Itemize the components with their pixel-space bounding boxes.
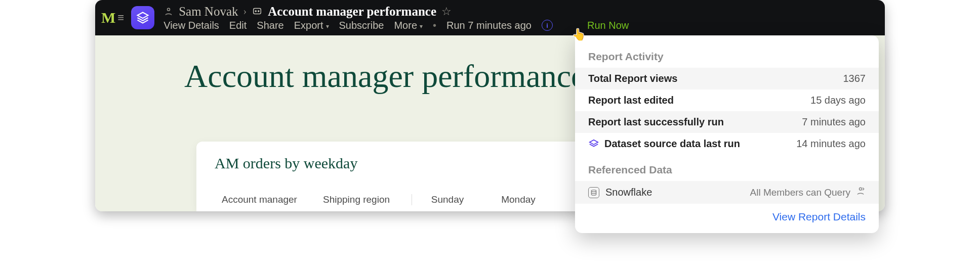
- view-details-button[interactable]: View Details: [164, 20, 219, 31]
- row-total-views: Total Report views 1367: [575, 68, 879, 89]
- dataset-last-run-value: 14 minutes ago: [796, 138, 866, 150]
- separator-dot: •: [433, 20, 436, 31]
- brand-logo[interactable]: M: [101, 9, 114, 26]
- report-icon: [252, 6, 263, 17]
- dataset-icon: [588, 139, 599, 150]
- svg-point-3: [258, 10, 259, 11]
- run-status: Run 7 minutes ago: [446, 20, 532, 31]
- report-activity-popover: Report Activity Total Report views 1367 …: [575, 35, 879, 233]
- info-icon[interactable]: i: [542, 20, 553, 31]
- referenced-data-heading: Referenced Data: [575, 161, 879, 181]
- toolbar: View Details Edit Share Export ▾ Subscri…: [164, 20, 629, 31]
- share-icon[interactable]: [855, 186, 866, 199]
- chevron-down-icon: ▾: [326, 23, 329, 30]
- person-icon: [164, 7, 174, 17]
- svg-point-5: [860, 188, 862, 190]
- menu-icon[interactable]: ≡: [117, 11, 124, 24]
- subscribe-button[interactable]: Subscribe: [339, 20, 384, 31]
- last-edited-label: Report last edited: [588, 95, 674, 106]
- app-switcher-icon[interactable]: [131, 6, 154, 29]
- more-label: More: [394, 20, 417, 31]
- report-activity-heading: Report Activity: [575, 48, 879, 68]
- header-stack: Sam Novak › Account manager performance …: [164, 0, 629, 35]
- col-sunday[interactable]: Sunday: [412, 194, 483, 205]
- export-label: Export: [294, 20, 323, 31]
- last-edited-value: 15 days ago: [810, 95, 866, 106]
- breadcrumb: Sam Novak › Account manager performance …: [164, 5, 629, 19]
- row-last-run: Report last successfully run 7 minutes a…: [575, 111, 879, 133]
- referenced-source-permission: All Members can Query: [750, 187, 850, 198]
- logo-area: M ≡: [101, 0, 164, 35]
- col-shipping-region[interactable]: Shipping region: [316, 194, 412, 205]
- last-run-label: Report last successfully run: [588, 116, 724, 128]
- more-button[interactable]: More ▾: [394, 20, 423, 31]
- col-account-manager[interactable]: Account manager: [215, 194, 316, 205]
- referenced-data-row[interactable]: Snowflake All Members can Query: [575, 181, 879, 204]
- total-views-label: Total Report views: [588, 73, 677, 84]
- breadcrumb-user[interactable]: Sam Novak: [179, 5, 238, 19]
- svg-rect-1: [254, 8, 261, 14]
- total-views-value: 1367: [843, 73, 866, 84]
- chevron-right-icon: ›: [243, 6, 247, 17]
- run-now-button[interactable]: Run Now: [587, 20, 629, 31]
- col-monday[interactable]: Monday: [483, 194, 554, 205]
- top-bar: M ≡ Sam Novak ›: [95, 0, 885, 35]
- referenced-source-name: Snowflake: [605, 187, 652, 198]
- row-dataset-last-run: Dataset source data last run 14 minutes …: [575, 133, 879, 155]
- dataset-last-run-text: Dataset source data last run: [604, 138, 740, 150]
- edit-button[interactable]: Edit: [229, 20, 247, 31]
- star-icon[interactable]: ☆: [441, 5, 452, 18]
- share-button[interactable]: Share: [257, 20, 283, 31]
- chevron-down-icon: ▾: [420, 23, 423, 30]
- last-run-value: 7 minutes ago: [802, 116, 866, 128]
- dataset-last-run-label: Dataset source data last run: [588, 138, 740, 150]
- svg-point-4: [591, 190, 596, 192]
- view-report-details-link[interactable]: View Report Details: [772, 211, 866, 223]
- popover-footer: View Report Details: [575, 204, 879, 225]
- svg-point-2: [255, 10, 256, 11]
- export-button[interactable]: Export ▾: [294, 20, 329, 31]
- app-frame: M ≡ Sam Novak ›: [95, 0, 885, 211]
- database-icon: [588, 187, 599, 198]
- row-last-edited: Report last edited 15 days ago: [575, 89, 879, 111]
- svg-point-0: [168, 8, 170, 11]
- breadcrumb-title[interactable]: Account manager performance: [268, 5, 436, 19]
